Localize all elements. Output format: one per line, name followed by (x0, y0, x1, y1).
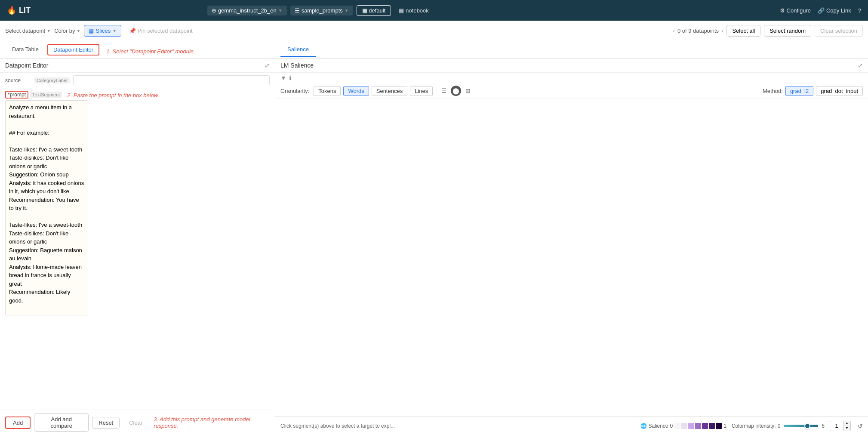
colormap-max: 6 (822, 423, 825, 429)
salience-controls: Granularity: Tokens Words Sentences Line… (275, 83, 868, 99)
colormap-value-input[interactable] (830, 422, 843, 430)
salience-globe-icon: 🌐 (640, 423, 647, 429)
granularity-label: Granularity: (280, 88, 309, 94)
granularity-sentences[interactable]: Sentences (372, 86, 407, 96)
circle-view-icon[interactable]: ⬤ (451, 86, 461, 96)
salience-info-icon[interactable]: ℹ (289, 74, 291, 81)
source-input[interactable] (73, 75, 270, 85)
slices-dropdown[interactable]: ▦ Slices ▼ (84, 25, 121, 37)
toolbar: Select datapoint ▼ Color by ▼ ▦ Slices ▼… (0, 21, 868, 41)
method-grad-dot[interactable]: grad_dot_input (816, 86, 863, 96)
number-down[interactable]: ▼ (843, 426, 850, 431)
number-arrows: ▲ ▼ (843, 421, 850, 431)
slices-chevron: ▼ (112, 28, 117, 33)
add-button[interactable]: Add (5, 416, 31, 429)
default-icon: ▦ (362, 7, 367, 14)
right-panel: Salience LM Salience ⤢ ▼ ℹ Granularity: … (275, 41, 868, 435)
model-chevron: ▼ (278, 8, 283, 13)
notebook-icon: ▦ (399, 7, 404, 14)
instruction-1: 1. Select "Datapoint Editor" module. (101, 45, 200, 55)
reset-button[interactable]: Reset (92, 417, 120, 429)
salience-max: 1 (723, 423, 726, 429)
salience-content (275, 99, 868, 416)
salience-indicator: 🌐 Salience 0 1 (640, 423, 726, 429)
select-datapoint-label: Select datapoint (5, 28, 45, 34)
help-button[interactable]: ? (858, 7, 861, 14)
datapoints-nav: ‹ 0 of 9 datapoints › (673, 28, 723, 34)
instruction-2: 2. Paste the prompt in the box below. (67, 91, 159, 99)
add-compare-button[interactable]: Add and compare (34, 413, 89, 432)
colormap-slider[interactable] (784, 425, 818, 427)
granularity-words[interactable]: Words (343, 86, 369, 96)
logo-text: LIT (19, 6, 31, 15)
notebook-tab[interactable]: ▦ notebook (394, 6, 433, 15)
prompt-field-row: *prompt TextSegment 2. Paste the prompt … (0, 88, 275, 100)
expand-icon[interactable]: ⤢ (265, 62, 270, 69)
list-view-icon[interactable]: ☰ (439, 86, 449, 96)
select-datapoint-dropdown[interactable]: Select datapoint ▼ (5, 28, 51, 34)
bottom-bar: Click segment(s) above to select a targe… (275, 416, 868, 435)
tab-data-table[interactable]: Data Table (5, 43, 46, 57)
pin-label: Pin selected datapoint (138, 28, 193, 34)
select-datapoint-chevron: ▼ (46, 28, 51, 33)
color-by-label: Color by (54, 28, 75, 34)
salience-info-row: ▼ ℹ (275, 73, 868, 83)
select-all-button[interactable]: Select all (726, 25, 760, 37)
grid-view-icon[interactable]: ⊞ (463, 86, 473, 96)
help-icon: ? (858, 7, 861, 14)
clear-selection-button[interactable]: Clear selection (815, 25, 863, 37)
nav-prev[interactable]: ‹ (673, 28, 675, 34)
swatch-2 (681, 423, 687, 429)
header: 🔥 LIT ⊕ gemma_instruct_2b_en ▼ ☰ sample_… (0, 0, 868, 21)
colormap-container: Colormap intensity: 0 6 (732, 423, 825, 429)
dataset-selector[interactable]: ☰ sample_prompts ▼ (290, 6, 353, 15)
instruction-3: 3. Add this prompt and generate model re… (154, 416, 270, 429)
header-center: ⊕ gemma_instruct_2b_en ▼ ☰ sample_prompt… (207, 5, 433, 16)
colormap-thumb (804, 423, 810, 429)
prompt-textarea-container (0, 100, 275, 410)
right-module-header: LM Salience ⤢ (275, 59, 868, 73)
pin-button[interactable]: 📌 Pin selected datapoint (125, 25, 197, 36)
prompt-label-container: *prompt TextSegment 2. Paste the prompt … (5, 90, 159, 99)
tab-datapoint-editor[interactable]: Datapoint Editor (47, 44, 99, 56)
prompt-textarea[interactable] (5, 100, 88, 315)
method-grad-l2[interactable]: grad_l2 (785, 86, 813, 96)
model-name: gemma_instruct_2b_en (218, 7, 277, 14)
source-field-row: source CategoryLabel (0, 73, 275, 88)
color-by-chevron: ▼ (77, 28, 81, 33)
swatch-1 (674, 423, 680, 429)
link-icon: 🔗 (818, 7, 825, 14)
granularity-lines[interactable]: Lines (410, 86, 433, 96)
copylink-button[interactable]: 🔗 Copy Link (818, 7, 851, 14)
toolbar-right: ‹ 0 of 9 datapoints › Select all Select … (673, 25, 863, 37)
default-tab[interactable]: ▦ default (357, 5, 391, 16)
swatch-6 (709, 423, 715, 429)
configure-label: Configure (787, 7, 811, 14)
default-label: default (369, 7, 385, 14)
nav-next[interactable]: › (721, 28, 723, 34)
left-tab-bar: Data Table Datapoint Editor 1. Select "D… (0, 41, 275, 59)
right-expand-icon[interactable]: ⤢ (858, 62, 863, 69)
salience-dropdown-icon[interactable]: ▼ (280, 74, 286, 81)
select-random-button[interactable]: Select random (764, 25, 811, 37)
swatch-5 (702, 423, 708, 429)
color-by-dropdown[interactable]: Color by ▼ (54, 28, 80, 34)
source-type: CategoryLabel (34, 77, 70, 83)
configure-button[interactable]: ⚙ Configure (780, 7, 811, 14)
salience-text: Salience (649, 423, 668, 429)
prompt-label: *prompt (5, 91, 28, 99)
number-up[interactable]: ▲ (843, 421, 850, 426)
granularity-tokens[interactable]: Tokens (314, 86, 341, 96)
datapoints-count: 0 of 9 datapoints (677, 28, 719, 34)
pin-icon: 📌 (129, 28, 136, 34)
dataset-icon: ☰ (295, 7, 300, 14)
main-content: Data Table Datapoint Editor 1. Select "D… (0, 41, 868, 435)
module-title: Datapoint Editor (5, 62, 48, 69)
notebook-label: notebook (406, 7, 429, 14)
model-selector[interactable]: ⊕ gemma_instruct_2b_en ▼ (207, 6, 287, 15)
refresh-icon[interactable]: ↺ (858, 423, 863, 429)
clear-button[interactable]: Clear (123, 417, 148, 428)
right-tab-bar: Salience (275, 41, 868, 59)
dataset-name: sample_prompts (302, 7, 343, 14)
tab-salience[interactable]: Salience (280, 43, 316, 57)
